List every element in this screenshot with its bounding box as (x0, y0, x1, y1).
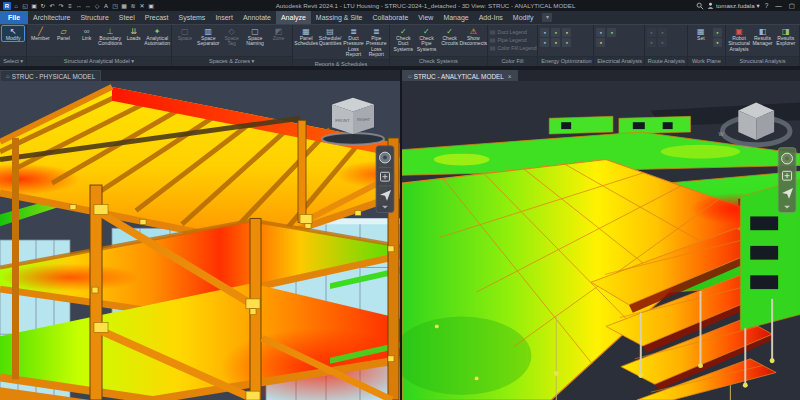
selection-box-icon[interactable]: ▾ (542, 13, 552, 22)
viewcube-front-label[interactable]: FRONT (335, 118, 350, 123)
text-icon[interactable]: A (102, 2, 110, 10)
space-naming-button[interactable]: ▢Space Naming (244, 26, 266, 47)
print-icon[interactable]: ≡ (66, 2, 74, 10)
modify-button[interactable]: ↖Modify (2, 26, 24, 41)
home-icon[interactable]: ⌂ (12, 2, 20, 10)
zone-button[interactable]: ◩Zone (267, 26, 289, 41)
ribbon-tab-precast[interactable]: Precast (140, 11, 174, 24)
restore-button[interactable]: ▢ (787, 2, 797, 10)
robot-structural-analysis-button[interactable]: ▣Robot Structural Analysis (728, 26, 750, 52)
steering-wheel-icon[interactable] (782, 153, 793, 164)
space-separator-button[interactable]: ▥Space Separator (197, 26, 219, 47)
ribbon-tab-manage[interactable]: Manage (438, 11, 473, 24)
pipe-legend-button[interactable]: ▤Pipe Legend (490, 36, 537, 43)
navigation-bar[interactable] (376, 146, 394, 213)
ribbon-tab-add-ins[interactable]: Add-Ins (474, 11, 508, 24)
analyze-energy-button[interactable]: ▪ (562, 28, 571, 37)
schedule-quantities-button[interactable]: ▤Schedule/ Quantities (319, 26, 342, 47)
create-energy-model-button[interactable]: ▪ (551, 28, 560, 37)
check-circuits-button[interactable]: ✓Check Circuits (439, 26, 461, 47)
set-button[interactable]: ▦Set (690, 26, 712, 41)
ribbon-tab-systems[interactable]: Systems (174, 11, 211, 24)
viewcube-right-label[interactable]: RIGHT (357, 117, 371, 122)
save-icon[interactable]: ▣ (30, 2, 38, 10)
electrical-settings-button[interactable]: ▪ (596, 28, 605, 37)
undo-icon[interactable]: ↶ (48, 2, 56, 10)
open-icon[interactable]: ◱ (21, 2, 29, 10)
panel-load-analysis-button[interactable]: ▪ (607, 28, 616, 37)
panel-label-structural-analysis[interactable]: Structural Analysis (726, 56, 799, 66)
panel-label-work-plane[interactable]: Work Plane (688, 56, 725, 66)
duct-pressure-loss-report-button[interactable]: ≣Duct Pressure Loss Report (343, 26, 365, 58)
ribbon-tab-massing-site[interactable]: Massing & Site (311, 11, 368, 24)
panel-label-structural-analytical-model[interactable]: Structural Analytical Model ▾ (27, 56, 170, 66)
results-manager-button[interactable]: ◧Results Manager (751, 26, 773, 47)
show-disconnects-button[interactable]: ⚠Show Disconnects (462, 26, 485, 47)
panel-label-spaces-zones[interactable]: Spaces & Zones ▾ (172, 56, 292, 66)
default-3d-view-icon[interactable]: ◳ (111, 2, 119, 10)
panel-button[interactable]: ▱Panel (52, 26, 74, 41)
panel-label-check-systems[interactable]: Check Systems (390, 56, 487, 66)
energy-settings-button[interactable]: ▪ (540, 28, 549, 37)
aligned-dimension-icon[interactable]: ↔ (84, 2, 92, 10)
route-path-2-button[interactable]: ▪ (658, 28, 667, 37)
measure-icon[interactable]: ↔ (75, 2, 83, 10)
route-path-3-button[interactable]: ▪ (647, 38, 656, 47)
electrical-reports-button[interactable]: ▪ (596, 38, 605, 47)
panel-label-electrical-analysis[interactable]: Electrical Analysis (594, 56, 644, 66)
ribbon-tab-structure[interactable]: Structure (75, 11, 113, 24)
switch-windows-icon[interactable]: ▣ (147, 2, 155, 10)
hvac-loads-button[interactable]: ▪ (540, 38, 549, 47)
user-account-menu[interactable]: tomasz.fudala ▾ (707, 2, 760, 9)
close-view-icon[interactable]: × (508, 73, 512, 80)
ribbon-tab-steel[interactable]: Steel (114, 11, 140, 24)
route-path-4-button[interactable]: ▪ (658, 38, 667, 47)
viewcube-south-label[interactable]: S (744, 145, 748, 151)
ribbon-tab-analyze[interactable]: Analyze (276, 11, 311, 24)
link-button[interactable]: ∞Link (76, 26, 98, 41)
ribbon-tab-collaborate[interactable]: Collaborate (368, 11, 414, 24)
member-button[interactable]: ╱Member (29, 26, 51, 41)
panel-label-route-analysis[interactable]: Route Analysis (645, 56, 687, 66)
minimize-button[interactable]: — (773, 2, 784, 9)
panel-label-energy-optimization[interactable]: Energy Optimization (538, 56, 593, 66)
check-duct-systems-button[interactable]: ✓Check Duct Systems (392, 26, 414, 52)
ribbon-tab-annotate[interactable]: Annotate (238, 11, 276, 24)
panel-label-color-fill[interactable]: Color Fill (488, 56, 538, 66)
pipe-pressure-loss-report-button[interactable]: ≣Pipe Pressure Loss Report (365, 26, 387, 58)
tag-by-category-icon[interactable]: ◇ (93, 2, 101, 10)
duct-legend-button[interactable]: ▤Duct Legend (490, 28, 537, 35)
loads-button[interactable]: ⇊Loads (123, 26, 145, 41)
check-pipe-systems-button[interactable]: ✓Check Pipe Systems (415, 26, 437, 52)
redo-icon[interactable]: ↷ (57, 2, 65, 10)
steering-wheel-icon[interactable] (380, 152, 391, 163)
energy-reports-button[interactable]: ▪ (562, 38, 571, 47)
space-button[interactable]: ▢Space (174, 26, 196, 41)
boundary-conditions-button[interactable]: ⊥Boundary Conditions (99, 26, 122, 47)
close-hidden-windows-icon[interactable]: ✕ (138, 2, 146, 10)
ribbon-tab-architecture[interactable]: Architecture (28, 11, 75, 24)
results-explorer-button[interactable]: ◨Results Explorer (775, 26, 797, 47)
thin-lines-icon[interactable]: ≋ (129, 2, 137, 10)
help-button[interactable]: ? (763, 2, 771, 9)
panel-label-reports-schedules[interactable]: Reports & Schedules (293, 59, 390, 66)
analytical-model-canvas[interactable]: W S (402, 81, 800, 400)
space-tag-button[interactable]: ◇Space Tag (220, 26, 242, 47)
analytical-automation-button[interactable]: ✦Analytical Automation (146, 26, 169, 47)
panel-schedules-button[interactable]: ▦Panel Schedules (295, 26, 318, 47)
ribbon-tab-modify[interactable]: Modify (508, 11, 539, 24)
view-tab-physical-model[interactable]: ⌂ STRUC - PHYSICAL MODEL (0, 70, 101, 81)
panel-label-select[interactable]: Select ▾ (0, 56, 26, 66)
work-plane-viewer-button[interactable]: ▪ (713, 38, 722, 47)
sync-with-central-icon[interactable]: ↻ (39, 2, 47, 10)
route-path-1-button[interactable]: ▪ (647, 28, 656, 37)
revit-logo-icon[interactable]: R (3, 2, 11, 10)
heating-cooling-loads-button[interactable]: ▪ (551, 38, 560, 47)
show-work-plane-button[interactable]: ▪ (713, 28, 722, 37)
ribbon-tab-insert[interactable]: Insert (210, 11, 238, 24)
viewcube-west-label[interactable]: W (718, 131, 724, 137)
color-fill-legend-button[interactable]: ▤Color Fill Legend (490, 44, 537, 51)
ribbon-tab-view[interactable]: View (413, 11, 438, 24)
ribbon-tab-file[interactable]: File (0, 11, 28, 24)
physical-model-canvas[interactable]: FRONT RIGHT (0, 81, 400, 400)
